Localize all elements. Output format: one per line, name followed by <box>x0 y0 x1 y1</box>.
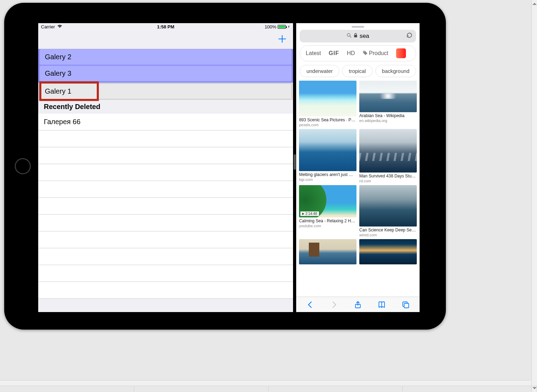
result-thumb <box>359 185 417 227</box>
add-button[interactable] <box>278 34 287 45</box>
gallery-app-pane: Carrier 1:58 PM 100% ⚡︎ <box>38 23 293 312</box>
share-button[interactable] <box>354 300 362 309</box>
result-title: Man Survived 438 Days Stu… <box>359 174 417 178</box>
suggestion-chips-row: underwater tropical background <box>296 65 420 81</box>
image-result[interactable]: 893 Scenic Sea Pictures · P… pexels.com <box>299 81 356 127</box>
filter-tab-latest[interactable]: Latest <box>306 50 321 56</box>
wifi-icon <box>57 24 62 29</box>
screen: Carrier 1:58 PM 100% ⚡︎ <box>38 23 420 312</box>
bookmarks-button[interactable] <box>378 300 386 309</box>
filter-tabs-row: Latest GIF HD Product <box>296 45 420 65</box>
back-button[interactable] <box>306 300 314 309</box>
result-title: 893 Scenic Sea Pictures · P… <box>299 117 356 122</box>
svg-point-0 <box>347 33 350 36</box>
svg-rect-1 <box>354 35 357 37</box>
filter-tab-product[interactable]: Product <box>363 50 388 56</box>
filter-tabs[interactable]: Latest GIF HD Product <box>300 45 416 61</box>
image-result[interactable]: Man Survived 438 Days Stu… rd.com <box>359 129 417 183</box>
image-result[interactable]: Melting glaciers aren't just … bgr.com <box>299 129 356 183</box>
empty-row <box>38 164 293 181</box>
result-title: Can Science Keep Deep Se… <box>359 228 417 232</box>
bg-horizontal-scrollbar <box>0 380 531 386</box>
svg-point-2 <box>363 51 364 52</box>
filter-tab-hd[interactable]: HD <box>347 50 355 56</box>
home-button[interactable] <box>15 158 31 174</box>
result-source: youtube.com <box>299 224 356 228</box>
divider-grip-icon <box>294 154 296 170</box>
result-thumb <box>359 129 417 173</box>
result-source: pexels.com <box>299 123 356 127</box>
reload-icon[interactable] <box>406 32 413 40</box>
gallery-row-dragging[interactable]: Galery 1 <box>40 83 292 99</box>
empty-row <box>38 282 293 299</box>
chip-background[interactable]: background <box>375 65 416 77</box>
result-thumb <box>359 239 417 264</box>
nav-bar <box>38 30 293 49</box>
bg-vertical-scrollbar <box>531 0 537 392</box>
slide-over-grabber[interactable] <box>352 26 364 28</box>
url-bar[interactable]: sea <box>300 30 416 42</box>
clock: 1:58 PM <box>157 24 174 29</box>
tabs-button[interactable] <box>401 300 410 309</box>
video-duration-badge: 2:14:48 <box>300 211 319 216</box>
safari-toolbar <box>296 297 420 312</box>
result-source: wired.com <box>359 233 417 237</box>
svg-rect-5 <box>404 303 409 308</box>
lock-icon <box>354 33 358 40</box>
url-text: sea <box>360 33 369 40</box>
search-icon <box>347 33 352 40</box>
result-thumb: 2:14:48 <box>299 185 356 217</box>
gallery-row[interactable]: Galery 2 <box>40 49 292 65</box>
bg-bottom-row <box>0 386 537 392</box>
image-result[interactable] <box>359 239 417 264</box>
empty-row <box>38 248 293 265</box>
image-result[interactable]: 2:14:48 Calming Sea - Relaxing 2 H… yout… <box>299 185 356 237</box>
chip-tropical[interactable]: tropical <box>342 65 372 77</box>
image-result[interactable] <box>299 239 356 264</box>
image-result[interactable]: Can Science Keep Deep Se… wired.com <box>359 185 417 237</box>
result-thumb <box>299 81 356 116</box>
filter-tab-gif[interactable]: GIF <box>329 50 339 56</box>
result-title: Melting glaciers aren't just … <box>299 172 356 177</box>
result-source: en.wikipedia.org <box>359 119 417 123</box>
forward-button <box>330 300 338 309</box>
result-source: bgr.com <box>299 177 356 182</box>
deleted-gallery-row[interactable]: Галерея 66 <box>38 114 293 130</box>
url-bar-row: sea <box>296 30 420 45</box>
color-filter-swatch[interactable] <box>396 48 406 58</box>
dragging-row-wrap: Galery 1 <box>38 83 293 100</box>
ipad-bezel: Carrier 1:58 PM 100% ⚡︎ <box>4 3 446 330</box>
chip-underwater[interactable]: underwater <box>300 65 339 77</box>
drop-target-zone[interactable]: Galery 2 Galery 3 <box>38 49 293 83</box>
battery-pct: 100% <box>265 24 276 29</box>
carrier-label: Carrier <box>41 24 55 29</box>
image-result[interactable]: Arabian Sea - Wikipedia en.wikipedia.org <box>359 81 417 127</box>
tag-icon <box>363 50 369 56</box>
split-view-divider[interactable] <box>293 23 296 312</box>
result-thumb <box>299 239 356 264</box>
battery-icon <box>278 25 286 29</box>
filter-tab-product-label: Product <box>369 50 388 56</box>
empty-row <box>38 130 293 147</box>
status-bar: Carrier 1:58 PM 100% ⚡︎ <box>38 23 293 30</box>
empty-row <box>38 231 293 248</box>
result-title: Calming Sea - Relaxing 2 H… <box>299 218 356 223</box>
empty-row <box>38 265 293 282</box>
result-title: Arabian Sea - Wikipedia <box>359 113 417 118</box>
recently-deleted-header: Recently Deleted <box>38 100 293 114</box>
charging-icon: ⚡︎ <box>287 25 290 29</box>
empty-row <box>38 181 293 198</box>
result-source: rd.com <box>359 179 417 183</box>
empty-row <box>38 215 293 231</box>
image-results-grid: 893 Scenic Sea Pictures · P… pexels.com … <box>296 81 420 297</box>
empty-row <box>38 147 293 164</box>
gallery-row[interactable]: Galery 3 <box>40 66 292 81</box>
safari-pane: sea Latest GIF HD Product <box>296 23 420 312</box>
result-thumb <box>299 129 356 171</box>
empty-row <box>38 198 293 215</box>
result-thumb <box>359 81 417 112</box>
gallery-list: Galery 2 Galery 3 Galery 1 Recently Dele… <box>38 49 293 299</box>
